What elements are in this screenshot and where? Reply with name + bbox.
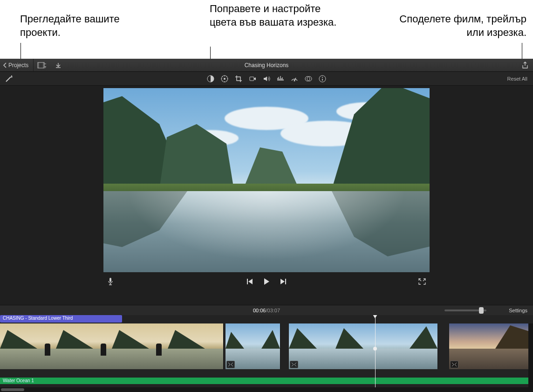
previous-button[interactable] xyxy=(246,278,253,286)
callout-color: Поправете и настройте цвета във вашата и… xyxy=(210,2,349,29)
clips-row xyxy=(0,323,533,369)
next-button[interactable] xyxy=(280,278,287,286)
svg-rect-7 xyxy=(250,77,254,81)
share-icon xyxy=(522,62,528,69)
info-icon xyxy=(319,75,326,83)
timecode-total: 03:07 xyxy=(267,308,280,313)
svg-rect-1 xyxy=(38,62,39,68)
timecode-bar: 00:06 / 03:07 Settings xyxy=(0,305,533,315)
filmstrip-icon: ♪ xyxy=(37,62,47,69)
overlap-circles-icon xyxy=(305,75,312,83)
fullscreen-button[interactable] xyxy=(418,278,426,286)
chevron-left-icon xyxy=(3,62,7,68)
clip-filter-button[interactable] xyxy=(305,75,312,83)
noise-reduction-button[interactable] xyxy=(277,75,284,83)
adjust-tools xyxy=(207,75,326,83)
video-preview[interactable] xyxy=(103,88,430,272)
callout-share: Споделете филм, трейлър или изрезка. xyxy=(387,13,526,39)
zoom-slider[interactable] xyxy=(444,309,486,311)
crop-icon xyxy=(235,75,242,83)
svg-point-6 xyxy=(224,78,226,80)
projects-label: Projects xyxy=(8,62,28,69)
timeline-settings-button[interactable]: Settings xyxy=(509,308,527,313)
viewer-controls xyxy=(103,272,430,292)
speaker-icon xyxy=(263,75,270,83)
svg-text:♪: ♪ xyxy=(45,65,47,69)
skip-forward-icon xyxy=(280,278,287,285)
timecode-current: 00:06 xyxy=(253,308,266,313)
equalizer-icon xyxy=(277,75,284,83)
callout-projects: Прегледайте вашите проекти. xyxy=(20,13,141,39)
import-button[interactable] xyxy=(50,59,66,71)
scrollbar-thumb[interactable] xyxy=(1,388,24,391)
volume-button[interactable] xyxy=(263,75,270,83)
viewer xyxy=(0,86,533,305)
speedometer-icon xyxy=(291,75,298,83)
project-title: Chasing Horizons xyxy=(245,62,289,69)
video-clip[interactable] xyxy=(289,323,438,369)
timeline[interactable]: CHASING - Standard Lower Third xyxy=(0,315,533,392)
crop-button[interactable] xyxy=(235,75,242,83)
transition-icon[interactable] xyxy=(226,361,235,368)
color-balance-button[interactable] xyxy=(207,75,214,83)
enhance-button[interactable] xyxy=(0,72,19,85)
video-clip[interactable] xyxy=(226,323,280,369)
camera-icon xyxy=(249,75,256,83)
video-clip[interactable] xyxy=(0,323,224,369)
voiceover-button[interactable] xyxy=(107,277,114,287)
svg-point-12 xyxy=(322,77,323,78)
audio-clip[interactable]: Water Ocean 1 xyxy=(0,378,533,384)
zoom-knob[interactable] xyxy=(479,307,484,314)
microphone-icon xyxy=(107,277,114,286)
play-icon xyxy=(263,278,270,285)
vertical-scrollbar[interactable] xyxy=(528,323,533,389)
half-circle-icon xyxy=(207,75,214,83)
reset-all-button[interactable]: Reset All xyxy=(507,76,527,82)
skip-back-icon xyxy=(246,278,253,285)
media-browser-button[interactable]: ♪ xyxy=(34,59,50,71)
adjust-toolbar: Reset All xyxy=(0,72,533,86)
playhead[interactable] xyxy=(375,315,376,392)
download-arrow-icon xyxy=(55,62,62,69)
imovie-window: Projects ♪ Chasing Horizons xyxy=(0,59,533,392)
share-button[interactable] xyxy=(522,59,528,71)
stabilization-button[interactable] xyxy=(249,75,256,83)
toolbar: Projects ♪ Chasing Horizons xyxy=(0,59,533,72)
projects-button[interactable]: Projects xyxy=(0,59,34,71)
transition-icon[interactable] xyxy=(290,361,298,368)
expand-icon xyxy=(418,278,426,285)
transition-icon[interactable] xyxy=(450,361,458,368)
play-button[interactable] xyxy=(263,278,270,287)
video-clip[interactable] xyxy=(449,323,533,369)
svg-rect-13 xyxy=(109,278,111,282)
svg-rect-2 xyxy=(43,62,44,68)
color-correction-button[interactable] xyxy=(221,75,228,83)
title-clip[interactable]: CHASING - Standard Lower Third xyxy=(0,315,122,323)
horizontal-scrollbar[interactable] xyxy=(0,387,533,392)
color-wheel-icon xyxy=(221,75,228,83)
speed-button[interactable] xyxy=(291,75,298,83)
magic-wand-icon xyxy=(5,75,14,83)
info-button[interactable] xyxy=(319,75,326,83)
svg-point-8 xyxy=(294,80,295,81)
